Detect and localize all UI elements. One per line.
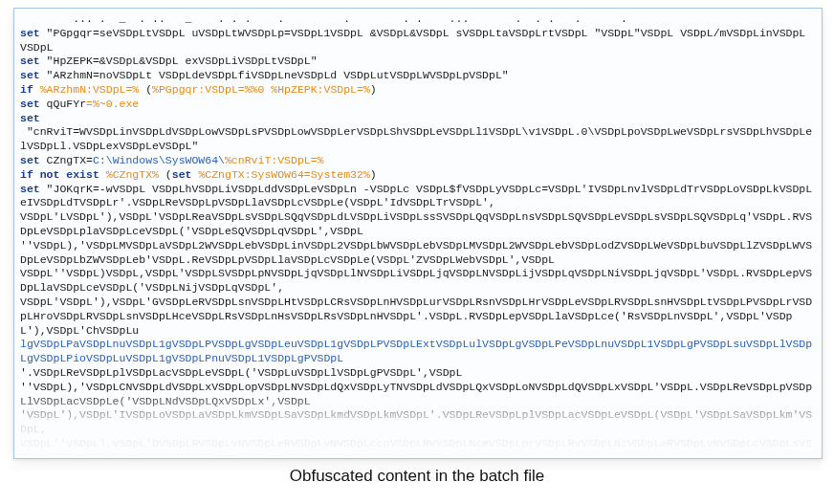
code-path-sys: C:\Windows\SysWOW64\ (93, 154, 225, 166)
code-kw-set-4: set (20, 98, 40, 110)
code-kw-if: if (20, 83, 33, 96)
code-var-hpz: %HpZEPK:VSDpL=% (271, 83, 370, 96)
code-var-pgp: %PGpgqr:VSDpL=%%0 (152, 83, 264, 96)
code-l06b: "cnRviT=WVSDpLinVSDpLdVSDpLowVSDpLsPVSDp… (20, 125, 812, 152)
code-l16: ''VSDpL),'VSDpLCNVSDpLdVSDpLxVSDpLopVSDp… (20, 381, 812, 407)
code-l17: 'VSDpL'),VSDpL'IVSDpLoVSDpLaVSDpLkmVSDpL… (20, 408, 812, 435)
code-kw-ifnot: if not exist (20, 168, 99, 181)
code-var-exe: =%~0.exe (86, 98, 139, 110)
code-kw-set-1: set (20, 27, 40, 39)
code-l13: VSDpL'VSDpL'),VSDpL'GVSDpLeRVSDpLsnVSDpL… (20, 296, 812, 337)
code-var-czn: %CZngTX% (106, 168, 159, 181)
code-var-arz: %ARzhmN:VSDpL=% (40, 83, 140, 96)
figure-caption: Obfuscated content in the batch file (0, 467, 834, 486)
code-l02b: "HpZEPK=&VSDpL&VSDpL exVSDpLiVSDpLtVSDpL… (40, 55, 318, 67)
code-l01b: "PGpgqr=seVSDpLtVSDpL uVSDpLtWVSDpLp=VSD… (20, 27, 812, 54)
code-var-cnr: %cnRviT:VSDpL=% (225, 154, 324, 166)
obfuscated-batch-code: ... . _ . .. _ . . . . . . . ... . . . .… (14, 9, 822, 459)
code-line-pre: ... . _ . .. _ . . . . . . . ... . . . .… (20, 12, 647, 25)
code-l18: VSDpL''VSDpL),VSDpL'DVSDpLRVSDpLvNVSDpLe… (20, 437, 812, 459)
code-kw-set-2: set (20, 55, 40, 67)
code-l11: ''VSDpL),'VSDpLMVSDpLaVSDpL2WVSDpLebVSDp… (20, 239, 812, 266)
code-l03b: "ARzhmN=noVSDpLt VSDpLdeVSDpLfiVSDpLneVS… (40, 69, 509, 81)
code-l10: VSDpL'LVSDpL'),VSDpL'VSDpLReaVSDpLsVSDpL… (20, 210, 812, 237)
code-var-czn2: %CZngTX:SysWOW64=System32% (198, 168, 369, 181)
code-kw-set-5: set (20, 112, 40, 124)
code-kw-set-7: set (20, 183, 40, 195)
code-l15: '.VSDpLReVSDpLplVSDpLacVSDpLeVSDpL('VSDp… (20, 366, 462, 379)
code-kw-set-6: set (20, 154, 40, 166)
code-panel: ... . _ . .. _ . . . . . . . ... . . . .… (13, 8, 823, 459)
code-l09b: "JOKqrK=-wVSDpL VSDpLhVSDpLiVSDpLddVSDpL… (20, 183, 812, 209)
code-l14: lgVSDpLPaVSDpLnuVSDpL1gVSDpLPVSDpLgVSDpL… (20, 338, 812, 364)
code-l12: VSDpL''VSDpL)VSDpL,VSDpL'VSDpLSVSDpLpNVS… (20, 267, 812, 294)
code-kw-set-3: set (20, 69, 40, 81)
